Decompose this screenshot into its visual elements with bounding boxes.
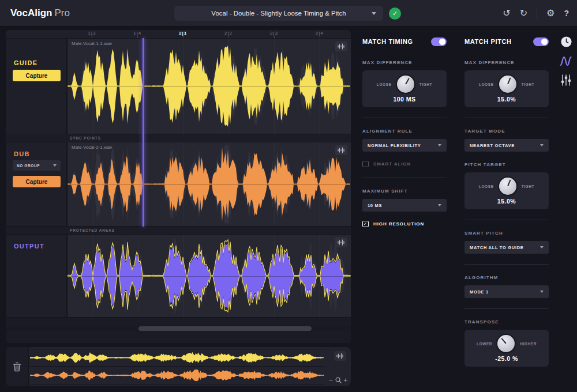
dub-waveform <box>68 142 351 226</box>
settings-sliders-icon[interactable] <box>561 74 571 86</box>
algorithm-value: MODE 1 <box>470 289 489 295</box>
divider <box>362 118 447 118</box>
knob-tight-label: TIGHT <box>522 82 535 86</box>
sync-points-label: SYNC POINTS <box>70 136 101 140</box>
knob-higher-label: HIGHER <box>520 342 537 346</box>
target-mode-dropdown[interactable]: NEAREST OCTAVE <box>464 139 549 152</box>
divider <box>464 308 549 309</box>
divider <box>464 264 549 265</box>
horizontal-scrollbar-thumb[interactable] <box>138 326 312 331</box>
overview-waveform-edit-icon[interactable] <box>334 351 346 361</box>
dub-track-header: DUB NO GROUP Capture <box>6 142 66 226</box>
topbar-actions: ↺ ↻ ⚙ ? <box>503 0 569 27</box>
magnifier-icon <box>335 377 342 383</box>
overview-guide-waveform <box>30 350 324 365</box>
vocalign-window: VocAlignPro Vocal - Double - Slightly Lo… <box>0 0 577 392</box>
target-mode-label: TARGET MODE <box>464 129 549 134</box>
transpose-label: TRANSPOSE <box>464 319 549 325</box>
separator <box>537 9 537 18</box>
chevron-down-icon <box>438 144 441 146</box>
smart-align-label: SMART ALIGN <box>373 161 411 167</box>
chevron-down-icon <box>540 291 544 293</box>
sync-points-strip: SYNC POINTS <box>6 134 351 142</box>
output-waveform-edit-icon[interactable] <box>335 238 347 247</box>
high-resolution-label: HIGH RESOLUTION <box>373 221 424 227</box>
smart-align-checkbox[interactable]: SMART ALIGN <box>362 161 447 167</box>
brand-name: VocAlign <box>10 7 52 18</box>
guide-waveform-area[interactable]: Male-Vocal-1-1.wav <box>66 39 351 134</box>
match-timing-toggle[interactable] <box>431 37 447 46</box>
dub-track-row: DUB NO GROUP Capture Male-Vocal-2-1.wav <box>6 142 351 226</box>
protected-areas-strip: PROTECTED AREAS <box>6 226 351 234</box>
knob-loose-label: LOOSE <box>479 184 494 189</box>
alignment-rule-value: NORMAL FLEXIBILITY <box>368 143 421 148</box>
output-waveform <box>68 235 351 317</box>
view-icon-strip <box>557 36 575 86</box>
guide-waveform-edit-icon[interactable] <box>335 42 347 51</box>
redo-icon[interactable]: ↻ <box>520 9 527 18</box>
preset-dropdown[interactable]: Vocal - Double - Slightly Loose Timing &… <box>174 6 383 21</box>
ruler-label: 1|4 <box>133 31 141 36</box>
smart-pitch-value: MATCH ALL TO GUIDE <box>470 245 524 250</box>
trash-icon <box>13 362 21 372</box>
timing-max-difference-knob[interactable] <box>397 76 414 93</box>
preset-saved-check-icon: ✓ <box>389 7 401 20</box>
overview-dub-waveform <box>30 367 324 383</box>
smart-pitch-dropdown[interactable]: MATCH ALL TO GUIDE <box>464 241 549 254</box>
timing-max-difference-label: MAX DIFFERENCE <box>362 60 447 65</box>
playhead-cursor[interactable] <box>143 38 144 227</box>
undo-icon[interactable]: ↺ <box>503 9 510 18</box>
guide-capture-button[interactable]: Capture <box>13 70 61 81</box>
checkbox-box <box>362 221 369 227</box>
knob-loose-label: LOOSE <box>479 82 494 86</box>
ruler-label: 2|1 <box>179 31 187 36</box>
trash-button[interactable] <box>6 347 29 386</box>
divider <box>464 220 549 220</box>
pitch-max-difference-label: MAX DIFFERENCE <box>464 60 549 65</box>
dub-waveform-edit-icon[interactable] <box>335 145 347 155</box>
match-timing-section: MATCH TIMING MAX DIFFERENCE LOOSE TIGHT … <box>362 37 447 227</box>
overview-lanes[interactable] <box>29 349 324 385</box>
pitch-max-difference-value: 15.0% <box>497 96 516 103</box>
zoom-controls: − + <box>329 377 347 383</box>
knob-loose-label: LOOSE <box>377 82 392 86</box>
knob-tight-label: TIGHT <box>419 82 433 86</box>
dub-file-name: Male-Vocal-2-1.wav <box>72 145 112 150</box>
waveform-view-icon[interactable] <box>560 55 572 67</box>
zoom-out-button[interactable]: − <box>329 377 332 383</box>
app-logo: VocAlignPro <box>10 7 70 19</box>
timeline-ruler[interactable]: 1|31|42|12|22|32|4 <box>66 30 351 38</box>
maximum-shift-dropdown[interactable]: 10 MS <box>362 199 447 212</box>
timing-max-difference-value: 100 MS <box>393 96 415 103</box>
pitch-max-difference-knob[interactable] <box>499 76 516 93</box>
transpose-knob[interactable] <box>497 335 515 352</box>
chevron-down-icon <box>540 144 544 146</box>
output-waveform-area[interactable] <box>66 235 351 317</box>
ruler-label: 1|3 <box>88 31 96 36</box>
high-resolution-checkbox[interactable]: HIGH RESOLUTION <box>362 221 447 227</box>
alignment-rule-dropdown[interactable]: NORMAL FLEXIBILITY <box>362 139 447 152</box>
timeline-scroll-area <box>6 317 351 343</box>
overview-guide-lane[interactable] <box>29 349 324 367</box>
algorithm-dropdown[interactable]: MODE 1 <box>464 285 549 298</box>
overview-panel: − + <box>6 347 351 386</box>
smart-pitch-label: SMART PITCH <box>464 231 549 236</box>
checkbox-box <box>362 161 369 167</box>
guide-track-header: GUIDE Capture <box>6 39 66 134</box>
overview-dub-lane[interactable] <box>29 367 324 385</box>
match-pitch-toggle[interactable] <box>533 37 549 46</box>
output-track-header: OUTPUT <box>6 235 66 317</box>
gear-icon[interactable]: ⚙ <box>546 9 554 18</box>
pitch-target-knob[interactable] <box>499 178 516 195</box>
knob-tight-label: TIGHT <box>522 184 535 189</box>
dub-capture-button[interactable]: Capture <box>13 176 61 187</box>
top-bar: VocAlignPro Vocal - Double - Slightly Lo… <box>0 0 577 27</box>
dub-waveform-area[interactable]: Male-Vocal-2-1.wav <box>66 142 351 226</box>
brand-suffix: Pro <box>54 7 69 18</box>
zoom-in-button[interactable]: + <box>344 377 347 383</box>
target-mode-value: NEAREST OCTAVE <box>470 143 515 148</box>
pitch-target-card: LOOSE TIGHT 15.0% <box>464 172 549 209</box>
history-clock-icon[interactable] <box>560 36 572 48</box>
dub-group-dropdown[interactable]: NO GROUP <box>13 160 61 171</box>
help-icon[interactable]: ? <box>564 9 569 17</box>
